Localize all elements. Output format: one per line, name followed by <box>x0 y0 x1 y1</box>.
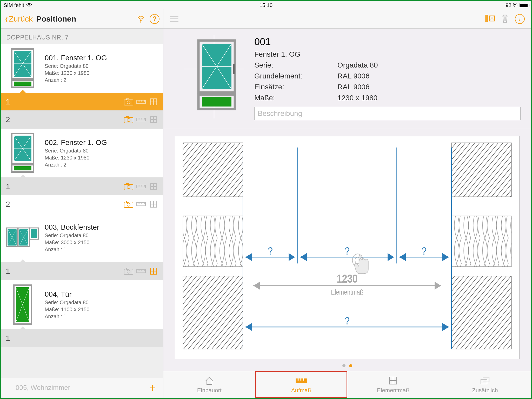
svg-point-1 <box>140 19 142 21</box>
svg-point-8 <box>127 101 130 104</box>
svg-rect-39 <box>127 268 129 269</box>
svg-rect-52 <box>233 64 235 74</box>
svg-rect-24 <box>137 185 145 188</box>
menu-icon[interactable] <box>170 16 178 22</box>
window-thumb <box>6 48 39 89</box>
grid-icon[interactable] <box>149 183 158 190</box>
position-card[interactable]: 002, Fenster 1. OG Serie: Orgadata 80 Ma… <box>1 128 163 178</box>
svg-text:1230: 1230 <box>337 272 357 285</box>
tab-elementmass[interactable]: Elementmaß <box>347 371 439 398</box>
position-card[interactable]: 004, Tür Serie: Orgadata 80 Maße: 1100 x… <box>1 280 163 329</box>
sub-position-row[interactable]: 1 <box>1 93 163 111</box>
svg-rect-56 <box>451 143 511 197</box>
page-indicator[interactable] <box>175 359 520 371</box>
svg-rect-15 <box>137 118 145 121</box>
svg-rect-51 <box>202 97 231 107</box>
svg-text:Elementmaß: Elementmaß <box>331 288 363 296</box>
grid-icon <box>389 376 397 385</box>
tab-zusaetzlich[interactable]: Zusätzlich <box>439 371 531 398</box>
svg-point-22 <box>127 185 130 189</box>
door-thumb <box>6 284 39 325</box>
ruler-icon[interactable] <box>136 267 146 275</box>
svg-rect-55 <box>183 276 243 349</box>
ruler-icon[interactable] <box>136 98 146 106</box>
broadcast-icon[interactable] <box>136 14 146 24</box>
window-thumb <box>6 132 39 174</box>
ruler-icon[interactable] <box>136 116 146 123</box>
page-dot[interactable] <box>342 364 345 367</box>
svg-rect-29 <box>137 203 145 206</box>
position-title: 003, Bockfenster <box>45 223 158 231</box>
back-button[interactable]: ‹ Zurück <box>5 15 33 23</box>
svg-point-13 <box>127 118 130 122</box>
help-button[interactable]: ? <box>150 14 159 24</box>
section-header: DOPPELHAUS NR. 7 <box>1 29 163 44</box>
position-card[interactable]: 001, Fenster 1. OG Serie: Orgadata 80 Ma… <box>1 44 163 93</box>
detail-panel: 001 Fenster 1. OG Serie:Orgadata 80 Grun… <box>163 29 531 128</box>
svg-rect-36 <box>31 229 37 238</box>
grid-icon[interactable] <box>149 200 158 208</box>
status-bar: SIM fehlt 15:10 92 % <box>1 1 531 9</box>
svg-rect-14 <box>127 116 129 118</box>
sim-status: SIM fehlt <box>4 2 24 8</box>
ruler-icon[interactable] <box>136 183 146 190</box>
page-dot-active[interactable] <box>349 364 352 367</box>
position-title: 004, Tür <box>45 290 158 298</box>
sidebar-title: Positionen <box>36 15 76 23</box>
trash-button[interactable] <box>501 14 509 24</box>
svg-rect-20 <box>14 166 31 170</box>
svg-rect-28 <box>127 201 129 202</box>
sub-position-row[interactable]: 1 <box>1 178 163 195</box>
svg-rect-58 <box>451 276 511 349</box>
battery-icon <box>519 3 528 7</box>
q: ? <box>422 245 427 257</box>
tab-bar: Einbauort Aufmaß Elementmaß Zusätzlich <box>163 371 531 398</box>
q: ? <box>268 245 273 257</box>
measurement-canvas[interactable]: ? ? ? 1230 Elementmaß ? <box>175 136 520 359</box>
position-list: DOPPELHAUS NR. 7 001, Fenster 1. OG Seri… <box>1 29 163 377</box>
grid-icon[interactable] <box>149 98 158 106</box>
camera-icon[interactable] <box>124 183 134 190</box>
sub-position-row[interactable]: 1 <box>1 329 163 347</box>
position-title: 005, Wohnzimmer <box>16 384 70 392</box>
svg-rect-54 <box>183 216 243 267</box>
back-label: Zurück <box>9 15 33 23</box>
sub-position-row[interactable]: 2 <box>1 195 163 213</box>
grid-icon[interactable] <box>149 116 158 123</box>
info-button[interactable]: i <box>515 14 525 24</box>
position-card[interactable]: 003, Bockfenster Serie: Orgadata 80 Maße… <box>1 213 163 262</box>
description-input[interactable]: Beschreibung <box>254 107 521 120</box>
svg-rect-10 <box>137 100 145 103</box>
svg-point-38 <box>127 270 130 273</box>
ruler-icon[interactable] <box>136 200 146 208</box>
sidebar: ‹ Zurück Positionen ? DOPPELHAUS NR. 7 <box>1 9 163 398</box>
plus-icon: + <box>149 381 156 394</box>
camera-icon[interactable] <box>124 116 134 123</box>
grid-icon[interactable] <box>149 267 158 275</box>
house-icon <box>205 376 214 385</box>
sub-position-row[interactable]: 2 <box>1 111 163 128</box>
position-title: 002, Fenster 1. OG <box>45 138 158 147</box>
sidebar-header: ‹ Zurück Positionen ? <box>1 9 163 29</box>
camera-icon[interactable] <box>124 98 134 106</box>
measure-tool-button[interactable] <box>485 14 495 24</box>
battery-percent: 92 % <box>506 2 517 8</box>
add-button[interactable]: 005, Wohnzimmer + <box>1 377 163 398</box>
sub-position-row[interactable]: 1 <box>1 262 163 280</box>
window-thumb <box>6 217 39 258</box>
main-header: i <box>163 9 531 29</box>
camera-icon[interactable] <box>124 200 134 208</box>
detail-thumb <box>184 35 244 118</box>
camera-icon[interactable] <box>124 267 134 275</box>
q: ? <box>345 315 350 327</box>
tab-aufmass[interactable]: Aufmaß <box>255 371 347 398</box>
detail-number: 001 <box>254 36 521 48</box>
tab-einbauort[interactable]: Einbauort <box>163 371 255 398</box>
layers-icon <box>480 376 490 385</box>
svg-point-27 <box>127 203 130 206</box>
svg-point-0 <box>29 6 29 7</box>
svg-rect-53 <box>183 143 243 197</box>
position-title: 001, Fenster 1. OG <box>45 54 158 62</box>
ruler-icon <box>295 376 308 385</box>
svg-rect-6 <box>14 82 31 86</box>
